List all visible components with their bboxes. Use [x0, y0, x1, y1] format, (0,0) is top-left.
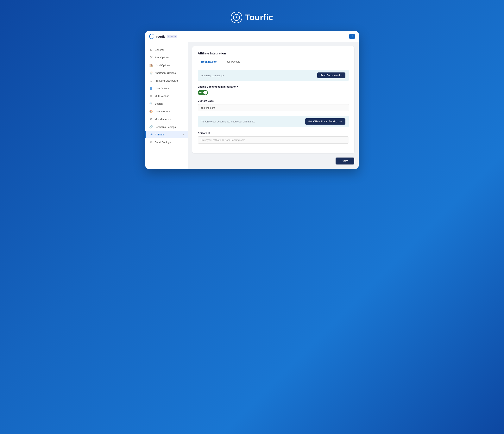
email-icon: ✉ [149, 141, 153, 144]
verify-text: To verify your account, we need your aff… [201, 120, 302, 123]
misc-icon: ⚙ [149, 117, 153, 121]
custom-label-field-label: Custom Label [198, 99, 349, 102]
enable-section: Enable Booking.com Integration? Yes [198, 85, 349, 95]
footer-bar: Save [188, 158, 359, 169]
custom-label-input[interactable] [198, 104, 349, 111]
main-content: Affiliate Integration Booking.com Travel… [188, 42, 359, 169]
search-icon: 🔍 [149, 102, 153, 106]
enable-label: Enable Booking.com Integration? [198, 85, 349, 88]
window-brand-name: Tourfic [156, 35, 166, 38]
get-affiliate-id-button[interactable]: Get Affiliate ID from Booking.com [305, 118, 345, 124]
app-window: T Tourfic v2.11.14 ? ⚙ General 🗺 Tour Op… [145, 31, 359, 169]
verify-banner: To verify your account, we need your aff… [198, 116, 349, 127]
info-banner: Anything confusing? Read Documentation [198, 70, 349, 81]
enable-toggle[interactable]: Yes [198, 90, 208, 95]
svg-text:T: T [236, 16, 237, 19]
sidebar: ⚙ General 🗺 Tour Options 🏨 Hotel Options… [145, 42, 188, 169]
custom-label-section: Custom Label [198, 99, 349, 111]
tab-booking-com[interactable]: Booking.com [198, 59, 221, 65]
content-panel: Affiliate Integration Booking.com Travel… [192, 46, 354, 153]
brand-name: Tourfic [245, 13, 273, 22]
window-logo: T [149, 34, 154, 39]
hotel-icon: 🏨 [149, 63, 153, 67]
sidebar-item-design-panel[interactable]: 🎨 Design Panel [145, 107, 188, 115]
tabs-row: Booking.com TravelPayouts [198, 59, 349, 65]
toggle-yes-label: Yes [199, 91, 203, 94]
affiliate-icon: 👁 [149, 133, 153, 136]
save-button[interactable]: Save [335, 158, 354, 165]
version-badge: v2.11.14 [167, 35, 177, 38]
affiliate-id-label: Affiliate ID [198, 132, 349, 134]
sidebar-item-general[interactable]: ⚙ General [145, 46, 188, 54]
sidebar-item-user-options[interactable]: 👤 User Options [145, 84, 188, 92]
titlebar: T Tourfic v2.11.14 ? [145, 31, 359, 42]
affiliate-id-input[interactable] [198, 136, 349, 143]
map-icon: 🗺 [149, 56, 153, 59]
sidebar-item-email-settings[interactable]: ✉ Email Settings [145, 138, 188, 146]
toggle-row: Yes [198, 90, 349, 95]
user-icon: 👤 [149, 87, 153, 90]
apartment-icon: 🏠 [149, 71, 153, 75]
sidebar-item-affiliate[interactable]: 👁 Affiliate › [145, 131, 188, 138]
design-icon: 🎨 [149, 110, 153, 113]
toggle-track: Yes [198, 90, 208, 95]
sidebar-item-multi-vendor[interactable]: 👁 Multi Vendor [145, 92, 188, 100]
tab-travel-payouts[interactable]: TravelPayouts [221, 59, 244, 65]
sidebar-item-hotel-options[interactable]: 🏨 Hotel Options [145, 61, 188, 69]
help-button[interactable]: ? [349, 34, 355, 39]
gear-icon: ⚙ [149, 48, 153, 52]
affiliate-id-section: Affiliate ID [198, 132, 349, 143]
toggle-thumb [203, 91, 207, 95]
chevron-right-icon: › [183, 133, 184, 136]
brand-logo-icon: T [231, 12, 242, 23]
sidebar-item-search[interactable]: 🔍 Search [145, 100, 188, 107]
top-brand-header: T Tourfic [231, 12, 273, 23]
sidebar-item-tour-options[interactable]: 🗺 Tour Options [145, 54, 188, 61]
sidebar-item-apartment-options[interactable]: 🏠 Apartment Options [145, 69, 188, 77]
window-brand: T Tourfic v2.11.14 [149, 34, 177, 39]
panel-title: Affiliate Integration [198, 52, 349, 55]
read-docs-button[interactable]: Read Documentation [317, 72, 345, 78]
info-banner-text: Anything confusing? [201, 74, 314, 77]
sidebar-item-frontend-dashboard[interactable]: ⊙ Frontend Dashboard [145, 77, 188, 84]
sidebar-item-permalink-settings[interactable]: 🔗 Permalink Settings [145, 123, 188, 131]
dashboard-icon: ⊙ [149, 79, 153, 82]
vendor-icon: 👁 [149, 94, 153, 98]
window-body: ⚙ General 🗺 Tour Options 🏨 Hotel Options… [145, 42, 359, 169]
permalink-icon: 🔗 [149, 125, 153, 129]
sidebar-item-miscellaneous[interactable]: ⚙ Miscellaneous [145, 115, 188, 123]
